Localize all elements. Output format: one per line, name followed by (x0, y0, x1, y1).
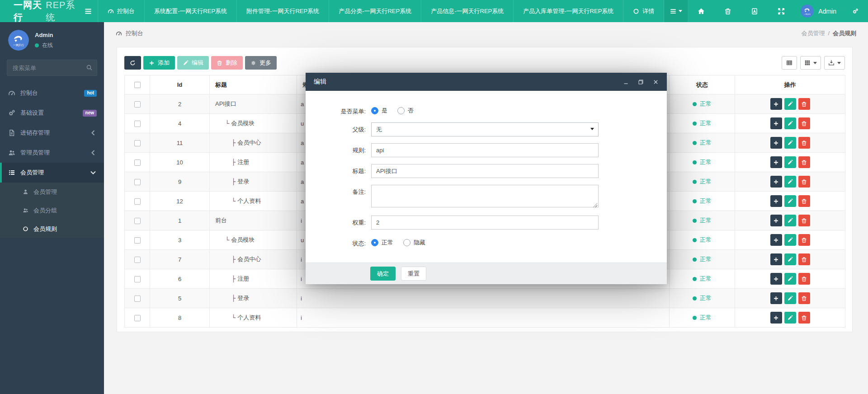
edit-row-button[interactable] (784, 176, 796, 188)
radio-option[interactable]: 隐藏 (403, 239, 425, 247)
parent-select[interactable]: 无 (371, 122, 599, 136)
edit-row-button[interactable] (784, 195, 796, 207)
export-button[interactable] (824, 56, 845, 70)
delete-row-button[interactable] (798, 117, 810, 129)
delete-row-button[interactable] (798, 312, 810, 324)
nav-tab-3[interactable]: 产品分类-一网天行REP系统 (329, 0, 421, 22)
delete-row-button[interactable] (798, 156, 810, 168)
add-child-button[interactable] (770, 234, 782, 246)
sidebar-item-基础设置[interactable]: 基础设置new (0, 103, 104, 123)
select-all-checkbox[interactable] (134, 82, 141, 88)
edit-row-button[interactable] (784, 137, 796, 149)
edit-row-button[interactable] (784, 117, 796, 129)
user-menu[interactable]: 一网天行 Admin (794, 0, 843, 22)
row-checkbox[interactable] (134, 159, 141, 166)
radio-checked-icon[interactable] (371, 239, 378, 246)
edit-row-button[interactable] (784, 98, 796, 110)
sidebar-item-控制台[interactable]: 控制台hot (0, 83, 104, 103)
close-icon[interactable] (653, 79, 659, 85)
reset-button[interactable]: 重置 (401, 267, 426, 281)
text-field[interactable] (371, 216, 599, 230)
edit-row-button[interactable] (784, 234, 796, 246)
row-checkbox[interactable] (134, 276, 141, 282)
delete-row-button[interactable] (798, 137, 810, 149)
add-child-button[interactable] (770, 137, 782, 149)
add-child-button[interactable] (770, 117, 782, 129)
sidebar-subitem-会员规则[interactable]: 会员规则 (0, 220, 104, 238)
delete-row-button[interactable] (798, 176, 810, 188)
book-button[interactable] (741, 0, 768, 22)
radio-unchecked-icon[interactable] (403, 239, 410, 246)
minimize-icon[interactable] (623, 79, 629, 85)
profile-avatar[interactable]: 一网天行 (8, 30, 29, 51)
delete-row-button[interactable] (798, 273, 810, 285)
radio-option[interactable]: 否 (397, 107, 414, 115)
edit-row-button[interactable] (784, 253, 796, 265)
delete-row-button[interactable] (798, 253, 810, 265)
sidebar-subitem-会员管理[interactable]: 会员管理 (0, 183, 104, 201)
radio-option[interactable]: 是 (371, 107, 387, 115)
add-child-button[interactable] (770, 176, 782, 188)
delete-row-button[interactable] (798, 195, 810, 207)
delete-row-button[interactable] (798, 292, 810, 304)
trash-button[interactable] (714, 0, 741, 22)
edit-row-button[interactable] (784, 312, 796, 324)
text-field[interactable] (371, 164, 599, 178)
row-checkbox[interactable] (134, 237, 141, 244)
column-header-Id[interactable]: Id (150, 75, 210, 94)
add-child-button[interactable] (770, 273, 782, 285)
sidebar-item-管理员管理[interactable]: 管理员管理 (0, 143, 104, 163)
add-child-button[interactable] (770, 98, 782, 110)
toggle-view-button[interactable] (782, 56, 797, 70)
maximize-icon[interactable] (638, 79, 644, 85)
refresh-button[interactable] (124, 56, 141, 70)
settings-gears-button[interactable] (843, 0, 868, 22)
delete-row-button[interactable] (798, 98, 810, 110)
delete-row-button[interactable] (798, 215, 810, 226)
edit-row-button[interactable] (784, 273, 796, 285)
add-child-button[interactable] (770, 156, 782, 168)
nav-tab-2[interactable]: 附件管理-一网天行REP系统 (236, 0, 329, 22)
sidebar-item-会员管理[interactable]: 会员管理 (0, 163, 104, 183)
app-logo[interactable]: 一网天行REP系统 (0, 0, 79, 22)
row-checkbox[interactable] (134, 296, 141, 302)
row-checkbox[interactable] (134, 257, 141, 263)
row-checkbox[interactable] (134, 218, 141, 224)
sidebar-item-进销存管理[interactable]: 进销存管理 (0, 123, 104, 143)
expand-button[interactable] (768, 0, 794, 22)
delete-row-button[interactable] (798, 234, 810, 246)
nav-tab-console[interactable]: 控制台 (98, 0, 144, 22)
breadcrumb-item[interactable]: 会员管理 (801, 29, 825, 38)
radio-option[interactable]: 正常 (371, 239, 393, 247)
edit-row-button[interactable] (784, 156, 796, 168)
row-checkbox[interactable] (134, 198, 141, 205)
add-child-button[interactable] (770, 195, 782, 207)
nav-tab-4[interactable]: 产品信息-一网天行REP系统 (421, 0, 513, 22)
add-child-button[interactable] (770, 312, 782, 324)
home-button[interactable] (688, 0, 714, 22)
remark-textarea[interactable] (371, 185, 599, 207)
edit-row-button[interactable] (784, 215, 796, 226)
nav-tab-1[interactable]: 系统配置-一网天行REP系统 (144, 0, 236, 22)
row-checkbox[interactable] (134, 315, 141, 321)
column-header-标题[interactable]: 标题 (210, 75, 297, 94)
column-header-操作[interactable]: 操作 (735, 75, 845, 94)
sidebar-subitem-会员分组[interactable]: 会员分组 (0, 201, 104, 220)
modal-header[interactable]: 编辑 (306, 73, 667, 91)
columns-button[interactable] (800, 56, 821, 70)
column-header-状态[interactable]: 状态 (670, 75, 735, 94)
row-checkbox[interactable] (134, 140, 141, 146)
edit-row-button[interactable] (784, 292, 796, 304)
tab-list-dropdown-button[interactable] (664, 0, 688, 22)
add-button[interactable]: 添加 (143, 56, 175, 70)
add-child-button[interactable] (770, 253, 782, 265)
nav-tab-5[interactable]: 产品入库单管理-一网天行REP系统 (513, 0, 623, 22)
text-field[interactable] (371, 143, 599, 157)
row-checkbox[interactable] (134, 121, 141, 127)
menu-search-input[interactable] (7, 60, 97, 76)
radio-unchecked-icon[interactable] (397, 107, 405, 114)
more-button[interactable]: 更多 (245, 56, 277, 70)
add-child-button[interactable] (770, 215, 782, 226)
sidebar-toggle-button[interactable] (79, 0, 98, 22)
add-child-button[interactable] (770, 292, 782, 304)
